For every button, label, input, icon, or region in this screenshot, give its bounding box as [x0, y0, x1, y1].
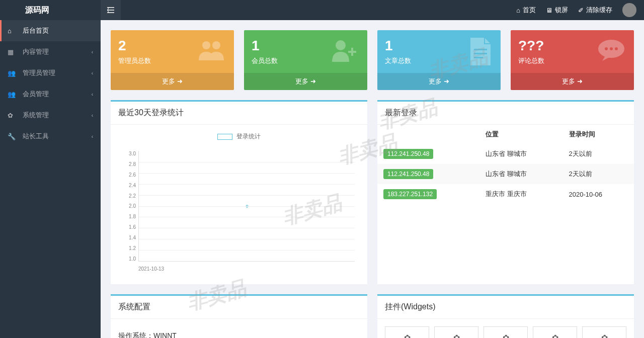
arrow-right-circle-icon: ➜ — [577, 77, 583, 85]
sidebar-item-label: 内容管理 — [23, 47, 49, 56]
sidebar-item-后台首页[interactable]: ⌂后台首页 — [0, 20, 101, 41]
system-config-panel: 系统配置 操作系统：WINNT服务器时间：2021-10-15 20:17:26… — [111, 294, 367, 338]
nav-lock[interactable]: 🖥 锁屏 — [546, 6, 568, 15]
cell-time: 2020-10-06 — [563, 184, 634, 204]
svg-point-2 — [336, 40, 346, 50]
panel-title: 最近30天登录统计 — [111, 102, 367, 125]
cell-time: 2天以前 — [563, 144, 634, 164]
sidebar-item-管理员管理[interactable]: 👥管理员管理‹ — [0, 62, 101, 83]
table-row: 112.241.250.48山东省 聊城市2天以前 — [377, 144, 634, 164]
sidebar-toggle-button[interactable] — [101, 0, 121, 20]
chevron-left-icon: ‹ — [92, 49, 93, 55]
widget-button-select[interactable]: ✿Select — [434, 326, 478, 338]
legend-label: 登录统计 — [236, 133, 261, 140]
legend-swatch — [217, 134, 232, 140]
widget-button-radio[interactable]: ✿Radio — [582, 326, 626, 338]
stat-more-link[interactable]: 更多 ➜ — [511, 73, 634, 90]
widget-grid: ✿Input✿Select✿Textarea✿Checkbox✿Radio — [385, 326, 626, 338]
comment-icon — [596, 38, 626, 63]
y-tick: 1.8 — [118, 214, 136, 219]
nav-home-label: 首页 — [523, 6, 536, 15]
chevron-left-icon: ‹ — [92, 70, 93, 76]
home-icon: ⌂ — [8, 27, 18, 35]
cell-location: 重庆市 重庆市 — [479, 184, 562, 204]
config-value: WINNT — [153, 331, 177, 338]
users-icon: 👥 — [8, 69, 18, 77]
table-header-row: 位置 登录时间 — [377, 125, 634, 144]
y-tick: 1.6 — [118, 224, 136, 230]
menu-icon — [107, 7, 114, 14]
eraser-icon: ✐ — [578, 7, 584, 14]
stat-more-link[interactable]: 更多 ➜ — [377, 73, 501, 90]
sidebar-item-label: 管理员管理 — [23, 68, 55, 77]
chart-y-axis: 3.02.82.62.42.22.01.81.61.41.21.0 — [118, 151, 136, 262]
gear-icon: ✿ — [389, 333, 425, 338]
svg-point-7 — [605, 47, 608, 50]
gear-icon: ✿ — [537, 333, 573, 338]
sidebar: ⌂后台首页▦内容管理‹👥管理员管理‹👥会员管理‹✿系统管理‹🔧站长工具‹ — [0, 20, 101, 338]
col-time: 登录时间 — [563, 125, 634, 144]
svg-rect-4 — [474, 53, 487, 54]
sidebar-item-label: 后台首页 — [23, 26, 49, 35]
gear-icon: ✿ — [439, 333, 474, 338]
widget-button-input[interactable]: ✿Input — [385, 326, 429, 338]
sidebar-item-站长工具[interactable]: 🔧站长工具‹ — [0, 126, 101, 147]
header-nav: ⌂ 首页 🖥 锁屏 ✐ 清除缓存 — [516, 3, 644, 17]
svg-point-0 — [202, 41, 210, 49]
widget-button-textarea[interactable]: ✿Textarea — [484, 326, 528, 338]
stat-card-文章总数: 1文章总数更多 ➜ — [377, 30, 501, 90]
sidebar-item-系统管理[interactable]: ✿系统管理‹ — [0, 105, 101, 126]
user-plus-icon — [330, 38, 360, 63]
svg-point-1 — [212, 41, 220, 49]
chart-area: 3.02.82.62.42.22.01.81.61.41.21.0 2021-1… — [118, 146, 360, 277]
sidebar-item-内容管理[interactable]: ▦内容管理‹ — [0, 41, 101, 62]
config-row: 操作系统：WINNT — [118, 326, 360, 338]
arrow-right-circle-icon: ➜ — [444, 77, 449, 85]
stat-more-link[interactable]: 更多 ➜ — [111, 73, 234, 90]
y-tick: 1.0 — [118, 256, 136, 262]
stat-more-link[interactable]: 更多 ➜ — [244, 73, 367, 90]
y-tick: 2.0 — [118, 203, 136, 209]
gear-icon: ✿ — [488, 333, 523, 338]
users-icon — [196, 38, 226, 63]
table-row: 183.227.251.132重庆市 重庆市2020-10-06 — [377, 184, 634, 204]
svg-rect-3 — [474, 49, 487, 50]
chevron-left-icon: ‹ — [92, 92, 93, 97]
panel-title: 最新登录 — [377, 102, 634, 125]
widget-button-checkbox[interactable]: ✿Checkbox — [533, 326, 577, 338]
sidebar-item-label: 会员管理 — [23, 90, 49, 99]
panel-title: 系统配置 — [111, 296, 367, 319]
gear-icon: ✿ — [587, 333, 622, 338]
gear-icon: ✿ — [8, 112, 18, 119]
arrow-right-circle-icon: ➜ — [177, 77, 183, 85]
login-chart-panel: 最近30天登录统计 登录统计 3.02.82.62.42.22.01.81.61… — [111, 100, 367, 284]
home-icon: ⌂ — [516, 7, 520, 14]
nav-home[interactable]: ⌂ 首页 — [516, 6, 536, 15]
main-content: 2管理员总数更多 ➜1会员总数更多 ➜1文章总数更多 ➜???评论总数更多 ➜ … — [101, 20, 644, 338]
chart-grid — [138, 151, 355, 262]
chevron-left-icon: ‹ — [92, 134, 93, 139]
svg-rect-5 — [474, 57, 483, 58]
recent-login-panel: 最新登录 位置 登录时间 112.241.250.48山东省 聊城市2天以前11… — [377, 100, 634, 284]
nav-lock-label: 锁屏 — [555, 6, 568, 15]
monitor-icon: 🖥 — [546, 7, 552, 14]
sidebar-item-会员管理[interactable]: 👥会员管理‹ — [0, 83, 101, 105]
col-ip — [377, 125, 479, 144]
table-row: 112.241.250.48山东省 聊城市2天以前 — [377, 164, 634, 184]
nav-clear-cache-label: 清除缓存 — [586, 6, 612, 15]
sidebar-item-label: 系统管理 — [23, 111, 49, 120]
nav-clear-cache[interactable]: ✐ 清除缓存 — [578, 6, 612, 15]
chart-legend: 登录统计 — [118, 132, 360, 141]
cell-location: 山东省 聊城市 — [479, 164, 562, 184]
col-location: 位置 — [479, 125, 562, 144]
cell-time: 2天以前 — [563, 164, 634, 184]
top-header: 源码网 ⌂ 首页 🖥 锁屏 ✐ 清除缓存 — [0, 0, 644, 20]
widgets-panel: 挂件(Widgets) ✿Input✿Select✿Textarea✿Check… — [377, 294, 634, 338]
avatar[interactable] — [622, 3, 636, 17]
ip-badge: 183.227.251.132 — [383, 189, 437, 199]
chevron-left-icon: ‹ — [92, 113, 93, 118]
arrow-right-circle-icon: ➜ — [310, 77, 316, 85]
stat-card-管理员总数: 2管理员总数更多 ➜ — [111, 30, 234, 90]
stat-card-评论总数: ???评论总数更多 ➜ — [511, 30, 634, 90]
svg-point-8 — [610, 47, 613, 50]
